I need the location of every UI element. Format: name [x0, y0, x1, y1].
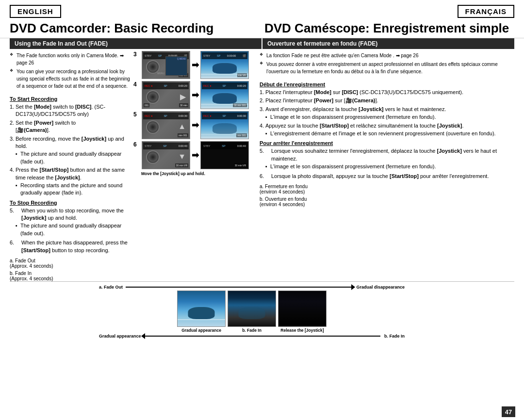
en-start-recording-title: To Start Recording — [10, 96, 133, 102]
step-number-6: 6 — [133, 141, 140, 148]
en-bullet-1: The Fade function works only in Camera M… — [10, 52, 133, 66]
release-joystick-label: Release the [Joystick] — [280, 328, 324, 333]
title-row: DVD Camcorder: Basic Recording DVD Camés… — [0, 18, 524, 38]
step-number-5: 5 — [133, 111, 140, 118]
fade-in-bottom-label: b. Fade In — [242, 328, 262, 333]
step5-scene-img: REC ● SP 0:00:30 min 001 — [200, 111, 249, 139]
fade-in-arrow-label: b. Fade In — [384, 334, 405, 339]
center-steps-col: 3 STBY SP 0:00:00 🎬 min VR — [133, 49, 255, 281]
step6-camera-img: STBY SP 0:00:40 30 min VR ▼ — [142, 141, 190, 169]
en-step-3-sub1: The picture and sound gradually disappea… — [16, 150, 133, 165]
top-arrow-row: a. Fade Out Gradual disappearance — [99, 285, 405, 290]
fr-step-4-sub1: L'enregistrement démarre et l'image et l… — [265, 130, 514, 137]
en-intro-bullets: The Fade function works only in Camera M… — [10, 49, 133, 93]
step-row-6: 6 STBY SP 0:00:40 30 min VR ▼ ➡ — [133, 141, 255, 169]
section-header-en: Using the Fade In and Out (FADE) — [10, 38, 262, 49]
gradual-appear-bottom-label: Gradual appearance — [99, 334, 141, 339]
step3-scene-img: STBY SP 0:00:00 🎬 min VR — [200, 51, 249, 79]
en-step-4: 4. Press the [Start/Stop] button and at … — [10, 166, 133, 197]
fade-img-full — [177, 291, 226, 327]
step3-arrow: ➡ — [192, 60, 199, 70]
en-step-5-sub1: The picture and sound gradually disappea… — [16, 222, 133, 237]
bottom-img-1: Gradual appearance — [177, 291, 226, 333]
title-french: DVD Caméscope: Enregistrement simple — [260, 21, 514, 36]
en-stop-recording-list: 5. When you wish to stop recording, move… — [10, 207, 133, 254]
title-english: DVD Camcorder: Basic Recording — [10, 21, 260, 36]
right-text-col: La fonction Fade ne peut être activée qu… — [255, 49, 514, 281]
fr-bullet-2: Vous pouvez donner à votre enregistremen… — [260, 61, 514, 75]
gradual-disappear-label: Gradual disappearance — [356, 285, 405, 290]
fr-start-recording-title: Début de l'enregistrement — [260, 81, 514, 87]
step6-arrow: ➡ — [192, 150, 199, 161]
gradual-appear-label: Gradual appearance — [181, 328, 221, 333]
step3-camera-img: STBY SP 0:00:00 🎬 min VR Q.MENU MENU — [142, 51, 190, 79]
step5-arrow: ➡ — [192, 120, 199, 130]
en-step-2: 2. Set the [Power] switch to[🎥(Camera)]. — [10, 119, 133, 134]
step-number-4: 4 — [133, 81, 140, 88]
fr-step-6: 6. Lorsque la photo disparaît, appuyez s… — [260, 173, 514, 180]
bottom-img-2: b. Fade In — [228, 291, 276, 333]
fr-step-1: 1. Placez l'interrupteur [Mode] sur [DIS… — [260, 89, 514, 96]
step4-camera-img: REC ● SP 0:00:20 30 min 001 ▶ — [142, 81, 190, 109]
step-row-3: 3 STBY SP 0:00:00 🎬 min VR — [133, 51, 255, 79]
bottom-arrow-label-row: Move the [Joystick] up and hold. — [133, 171, 255, 176]
bottom-center-imgs: a. Fade Out Gradual disappearance Gradua… — [99, 285, 405, 339]
fade-out-top-label: a. Fade Out — [99, 285, 123, 290]
fr-step-4: 4. Appuyez sur la touche [Start/Stop] et… — [260, 122, 514, 138]
step-row-4: 4 REC ● SP 0:00:20 30 min 001 ▶ ➡ — [133, 81, 255, 109]
en-step-5: 5. When you wish to stop recording, move… — [10, 207, 133, 238]
section-header-fr: Ouverture et fermeture en fondu (FADE) — [262, 38, 514, 49]
step-number-3: 3 — [133, 51, 140, 58]
page: ENGLISH FRANÇAIS DVD Camcorder: Basic Re… — [0, 0, 524, 420]
english-badge: ENGLISH — [10, 5, 61, 18]
step5-camera-img: REC ● SP 0:00:30 min 001 ▲ — [142, 111, 190, 139]
fr-stop-recording-title: Pour arrêter l'enregistrement — [260, 140, 514, 146]
fr-fade-b: b. Ouverture en fondu(environ 4 secondes… — [260, 196, 514, 207]
fr-step-3: 3. Avant d'enregistrer, déplacez la touc… — [260, 106, 514, 121]
fr-bullet-1: La fonction Fade ne peut être activée qu… — [260, 52, 514, 59]
en-stop-recording-title: To Stop Recording — [10, 200, 133, 206]
fr-intro-bullets: La fonction Fade ne peut être activée qu… — [260, 49, 514, 79]
bottom-arrow-row: Gradual appearance b. Fade In — [99, 334, 405, 339]
en-step-3: 3. Before recording, move the [Joystick]… — [10, 135, 133, 166]
fr-fade-a: a. Fermeture en fondu(environ 4 secondes… — [260, 184, 514, 194]
en-fade-a: a. Fade Out(Approx. 4 seconds) — [10, 258, 133, 269]
en-fade-b: b. Fade In(Approx. 4 seconds) — [10, 271, 133, 281]
bottom-row: a. Fade Out Gradual disappearance Gradua… — [10, 281, 514, 339]
fr-start-recording-list: 1. Placez l'interrupteur [Mode] sur [DIS… — [260, 89, 514, 137]
move-joystick-label: Move the [Joystick] up and hold. — [141, 171, 205, 176]
fr-step-5-sub1: L'image et le son disparaissent progress… — [265, 163, 514, 170]
fr-stop-recording-list: 5. Lorsque vous souhaitez terminer l'enr… — [260, 147, 514, 180]
en-start-recording-list: 1. Set the [Mode] switch to [DISC]. (SC-… — [10, 103, 133, 197]
en-step-6: 6. When the picture has disappeared, pre… — [10, 239, 133, 254]
step4-scene-img: REC ● SP 0:00:20 30 min 001 — [200, 81, 249, 109]
step6-scene-img: STBY SP 0:00:40 30 min VR — [200, 141, 249, 169]
step-row-5: 5 REC ● SP 0:00:30 min 001 ▲ ➡ — [133, 111, 255, 139]
page-number: 47 — [502, 406, 515, 417]
fade-img-mid — [228, 291, 276, 327]
main-layout: The Fade function works only in Camera M… — [10, 49, 514, 281]
fr-step-2: 2. Placez l'interrupteur [Power] sur [🎥(… — [260, 97, 514, 104]
section-headers: Using the Fade In and Out (FADE) Ouvertu… — [10, 38, 514, 49]
francais-badge: FRANÇAIS — [458, 5, 515, 18]
fr-step-5: 5. Lorsque vous souhaitez terminer l'enr… — [260, 147, 514, 170]
three-bottom-imgs: Gradual appearance b. Fade In Release th… — [177, 291, 327, 333]
header-row: ENGLISH FRANÇAIS — [0, 0, 524, 18]
en-step-1: 1. Set the [Mode] switch to [DISC]. (SC-… — [10, 103, 133, 118]
bottom-img-3: Release the [Joystick] — [278, 291, 327, 333]
fade-img-dark — [278, 291, 327, 327]
left-text-col: The Fade function works only in Camera M… — [10, 49, 133, 281]
fr-step-3-sub1: L'image et le son disparaissent progress… — [265, 113, 514, 121]
en-bullet-2: You can give your recording a profession… — [10, 68, 133, 90]
step4-arrow: ➡ — [192, 90, 199, 100]
en-step-4-sub1: Recording starts and the picture and sou… — [16, 182, 133, 197]
